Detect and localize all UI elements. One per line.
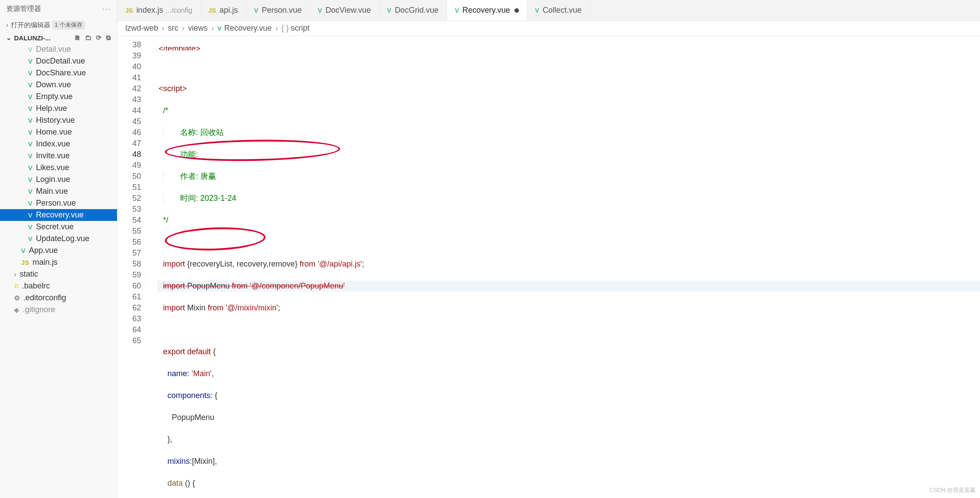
refresh-icon[interactable]: ⟳ — [96, 34, 102, 42]
file-name: Down.vue — [36, 80, 71, 89]
vue-icon: V — [28, 211, 32, 219]
line-number: 65 — [117, 335, 141, 346]
line-number: 46 — [117, 127, 141, 138]
tab-label: api.js — [220, 6, 238, 15]
file-name: Home.vue — [36, 128, 72, 137]
chevron-right-icon: › — [6, 21, 8, 28]
vue-icon: V — [28, 105, 32, 112]
file-item[interactable]: VDown.vue — [0, 79, 117, 91]
crumb[interactable]: src — [168, 24, 178, 33]
tab[interactable]: VDocGrid.vue — [379, 0, 447, 21]
file-item[interactable]: VInvite.vue — [0, 150, 117, 162]
line-number: 48 — [117, 149, 141, 160]
current-line: import PopupMenu from '@/componen/PopupM… — [157, 281, 980, 292]
js-icon: JS — [21, 259, 29, 266]
babel-icon: B — [14, 282, 18, 290]
file-item[interactable]: VIndex.vue — [0, 138, 117, 150]
file-name: Likes.vue — [36, 163, 69, 172]
breadcrumbs[interactable]: lzwd-web› src› views› V Recovery.vue› { … — [117, 21, 980, 36]
file-name: Invite.vue — [36, 151, 70, 160]
file-name: DocShare.vue — [36, 68, 86, 78]
tab-label: DocGrid.vue — [395, 6, 439, 15]
vue-icon: V — [254, 7, 258, 14]
file-item[interactable]: VDocDetail.vue — [0, 55, 117, 67]
vue-icon: V — [28, 81, 32, 89]
file-name: Detail.vue — [36, 45, 71, 54]
file-item[interactable]: VDocShare.vue — [0, 67, 117, 79]
file-item[interactable]: ◆.gitignore — [0, 304, 117, 316]
tab[interactable]: VRecovery.vue — [447, 0, 527, 21]
file-item[interactable]: ›static — [0, 268, 117, 280]
file-item[interactable]: VHome.vue — [0, 126, 117, 138]
script-open-tag: <script> — [159, 84, 187, 93]
open-editors-section[interactable]: › 打开的编辑器 1 个未保存 — [0, 18, 117, 32]
crumb[interactable]: lzwd-web — [125, 24, 158, 33]
tab[interactable]: VDocView.vue — [310, 0, 379, 21]
file-item[interactable]: VPerson.vue — [0, 197, 117, 209]
new-file-icon[interactable]: 🗎 — [74, 34, 81, 42]
gutter: 3839404142434445464748495051525354555657… — [117, 36, 148, 498]
vue-icon: V — [28, 152, 32, 160]
file-item[interactable]: VDetail.vue — [0, 43, 117, 55]
vue-icon: V — [28, 93, 32, 100]
file-item[interactable]: VLogin.vue — [0, 174, 117, 185]
file-item[interactable]: VSecret.vue — [0, 221, 117, 233]
tab-label: Recovery.vue — [462, 6, 510, 15]
project-actions: 🗎 🗀 ⟳ ⧉ — [74, 34, 111, 42]
file-item[interactable]: VApp.vue — [0, 245, 117, 256]
line-number: 44 — [117, 105, 141, 116]
file-item[interactable]: VEmpty.vue — [0, 91, 117, 103]
file-item[interactable]: VUpdateLog.vue — [0, 233, 117, 245]
tab[interactable]: JSapi.js — [201, 0, 246, 21]
open-editors-label: 打开的编辑器 — [11, 21, 50, 29]
vue-icon: V — [28, 57, 32, 65]
crumb[interactable]: script — [291, 24, 309, 33]
js-icon: JS — [209, 7, 216, 14]
braces-icon: { } — [281, 24, 289, 33]
vue-icon: V — [217, 25, 221, 32]
line-number: 53 — [117, 204, 141, 215]
file-name: Help.vue — [36, 104, 67, 113]
tab[interactable]: VPerson.vue — [246, 0, 310, 21]
line-number: 54 — [117, 215, 141, 226]
line-number: 41 — [117, 72, 141, 83]
collapse-icon[interactable]: ⧉ — [106, 34, 111, 42]
line-number: 61 — [117, 292, 141, 302]
file-item[interactable]: VHistory.vue — [0, 114, 117, 126]
vue-icon: V — [28, 164, 32, 171]
file-name: UpdateLog.vue — [36, 234, 89, 243]
file-name: Recovery.vue — [36, 210, 84, 220]
file-item[interactable]: ⚙.editorconfig — [0, 292, 117, 304]
new-folder-icon[interactable]: 🗀 — [85, 34, 92, 42]
code-area[interactable]: </template> <script> /* 名称: 回收站 功能: 作者: … — [157, 36, 980, 498]
file-item[interactable]: VHelp.vue — [0, 103, 117, 114]
editor[interactable]: 3839404142434445464748495051525354555657… — [117, 36, 980, 498]
file-item[interactable]: VMain.vue — [0, 185, 117, 197]
crumb[interactable]: Recovery.vue — [224, 24, 272, 33]
vue-icon: V — [535, 7, 539, 14]
tab-subpath: .../config — [166, 7, 192, 14]
tab-bar: JSindex.js.../configJSapi.jsVPerson.vueV… — [117, 0, 980, 21]
project-name: DALUNZI-... — [14, 34, 74, 42]
more-icon[interactable]: ··· — [103, 5, 111, 13]
file-name: History.vue — [36, 116, 75, 125]
vue-icon: V — [28, 235, 32, 242]
vue-icon: V — [21, 247, 25, 254]
line-number: 42 — [117, 83, 141, 94]
file-name: DocDetail.vue — [36, 57, 85, 66]
line-number: 64 — [117, 324, 141, 335]
project-header[interactable]: ⌄ DALUNZI-... 🗎 🗀 ⟳ ⧉ — [0, 32, 117, 43]
explorer-header: 资源管理器 ··· — [0, 0, 117, 18]
tab-label: index.js — [136, 6, 163, 15]
file-item[interactable]: JSmain.js — [0, 256, 117, 268]
file-item[interactable]: B.babelrc — [0, 280, 117, 292]
crumb[interactable]: views — [188, 24, 208, 33]
file-name: .editorconfig — [23, 293, 66, 302]
tab[interactable]: VCollect.vue — [527, 0, 590, 21]
file-item[interactable]: VRecovery.vue — [0, 209, 117, 221]
unsaved-badge: 1 个未保存 — [52, 21, 85, 29]
tab[interactable]: JSindex.js.../config — [117, 0, 201, 21]
file-item[interactable]: VLikes.vue — [0, 162, 117, 174]
line-number: 56 — [117, 237, 141, 248]
line-number: 59 — [117, 270, 141, 281]
